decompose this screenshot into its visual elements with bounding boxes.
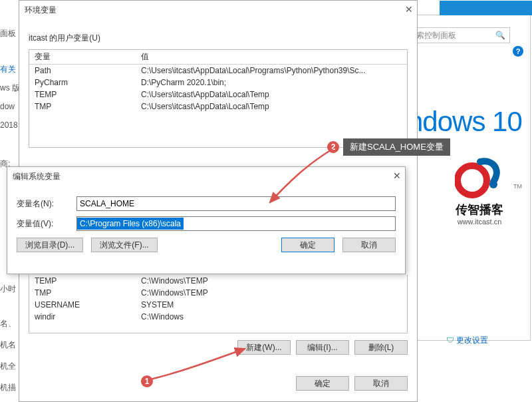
table-row[interactable]: USERNAMESYSTEM xyxy=(29,299,407,311)
col-header-value[interactable]: 值 xyxy=(141,51,402,63)
left-frag: 机全 xyxy=(0,355,16,377)
edit-dialog-titlebar: 编辑系统变量 ✕ xyxy=(7,167,405,186)
table-row[interactable]: TEMPC:\Users\itcast\AppData\Local\Temp xyxy=(29,89,407,100)
edit-system-variable-dialog: 编辑系统变量 ✕ 变量名(N): 变量值(V): C:\Program File… xyxy=(7,166,406,274)
edit-dialog-close-icon[interactable]: ✕ xyxy=(393,170,401,181)
table-row[interactable]: PathC:\Users\itcast\AppData\Local\Progra… xyxy=(29,65,407,77)
sys-edit-button[interactable]: 编辑(I)... xyxy=(296,340,349,355)
var-name-label: 变量名(N): xyxy=(17,198,76,210)
windows-10-brand: ndows 10 xyxy=(408,106,522,138)
left-frag: 2018 xyxy=(0,116,20,134)
annotation-tip-2: 新建SCALA_HOME变量 xyxy=(343,138,450,156)
table-row[interactable]: TMPC:\Windows\TEMP xyxy=(29,287,407,299)
var-name-input[interactable] xyxy=(76,196,396,211)
sys-delete-button[interactable]: 删除(L) xyxy=(354,340,408,355)
left-frag: 机名 xyxy=(0,334,16,355)
env-ok-button[interactable]: 确定 xyxy=(296,376,349,391)
itcast-logo: TM 传智播客 www.itcast.cn xyxy=(440,155,519,226)
system-vars-table[interactable]: TEMPC:\Windows\TEMP TMPC:\Windows\TEMP U… xyxy=(29,275,408,333)
sys-new-button[interactable]: 新建(W)... xyxy=(237,340,291,355)
annotation-badge-2: 2 xyxy=(327,141,339,153)
table-row[interactable]: windirC:\Windows xyxy=(29,311,407,323)
browse-file-button[interactable]: 浏览文件(F)... xyxy=(91,238,158,252)
table-row[interactable]: TEMPC:\Windows\TEMP xyxy=(29,275,407,287)
search-control-panel[interactable]: 搜索控制面板 🔍 xyxy=(404,27,510,43)
left-frag: 名、 xyxy=(0,313,16,334)
browse-dir-button[interactable]: 浏览目录(D)... xyxy=(17,238,83,252)
env-dialog-close-icon[interactable]: ✕ xyxy=(405,4,413,15)
var-value-input[interactable]: C:\Program Files (x86)\scala xyxy=(76,216,396,231)
user-vars-table[interactable]: 变量 值 PathC:\Users\itcast\AppData\Local\P… xyxy=(29,49,408,148)
col-header-variable[interactable]: 变量 xyxy=(35,51,141,63)
edit-dialog-title: 编辑系统变量 xyxy=(13,171,400,182)
left-frag: 小时 xyxy=(0,280,16,298)
annotation-badge-1: 1 xyxy=(141,375,153,387)
change-settings-link[interactable]: 🛡 更改设置 xyxy=(446,335,488,346)
search-placeholder: 搜索控制面板 xyxy=(408,30,495,41)
env-dialog-titlebar: 环境变量 ✕ xyxy=(19,1,417,19)
env-dialog-title: 环境变量 xyxy=(25,5,412,16)
var-value-selected-text: C:\Program Files (x86)\scala xyxy=(77,218,184,230)
edit-ok-button[interactable]: 确定 xyxy=(281,238,334,252)
svg-point-0 xyxy=(458,166,487,195)
edit-cancel-button[interactable]: 取消 xyxy=(342,238,396,252)
user-vars-group-label: itcast 的用户变量(U) xyxy=(29,33,408,44)
left-frag: 组: xyxy=(0,398,16,402)
left-frag: dow xyxy=(0,97,20,116)
table-row[interactable]: TMPC:\Users\itcast\AppData\Local\Temp xyxy=(29,100,407,112)
search-icon: 🔍 xyxy=(495,31,505,40)
left-frag: 有关 xyxy=(0,60,16,79)
shield-icon: 🛡 xyxy=(446,335,454,345)
var-value-label: 变量值(V): xyxy=(17,218,76,230)
table-row[interactable]: PyCharmD:\PyCharm 2020.1\bin; xyxy=(29,77,407,89)
left-frag: 机描 xyxy=(0,377,16,398)
svg-point-1 xyxy=(489,180,497,188)
left-frag: ws 版 xyxy=(0,79,20,97)
env-cancel-button[interactable]: 取消 xyxy=(354,376,408,391)
help-icon[interactable]: ? xyxy=(513,46,523,57)
left-frag: 面板 xyxy=(0,24,16,43)
